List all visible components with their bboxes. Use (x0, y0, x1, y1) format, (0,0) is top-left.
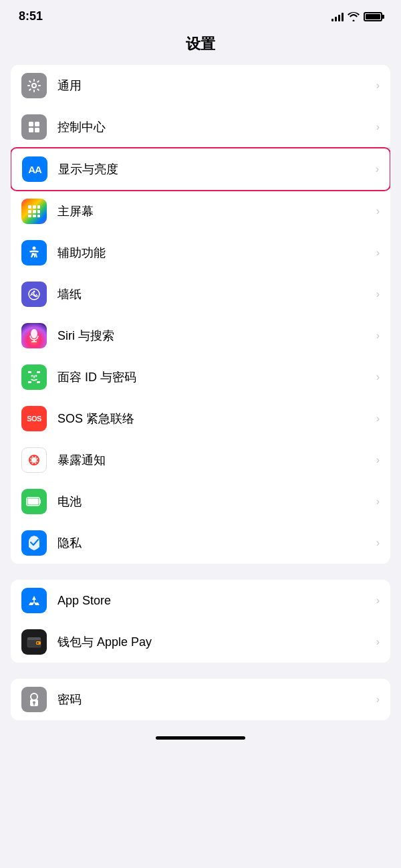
svg-rect-8 (28, 210, 31, 213)
settings-row-exposure[interactable]: 暴露通知 › (11, 439, 390, 481)
privacy-label: 隐私 (57, 535, 371, 551)
svg-rect-10 (37, 210, 40, 213)
battery-icon (21, 489, 47, 514)
home-indicator (156, 736, 245, 740)
svg-point-33 (35, 461, 37, 463)
status-icons (331, 12, 382, 21)
display-label: 显示与亮度 (58, 161, 370, 177)
control-center-label: 控制中心 (57, 119, 371, 135)
svg-rect-4 (35, 128, 39, 132)
general-label: 通用 (57, 78, 371, 94)
svg-rect-2 (35, 122, 39, 126)
svg-rect-1 (29, 122, 33, 126)
display-chevron: › (376, 163, 379, 175)
control-center-icon (21, 114, 47, 140)
settings-row-battery[interactable]: 电池 › (11, 481, 390, 522)
svg-rect-7 (37, 205, 40, 209)
sos-label: SOS 紧急联络 (57, 411, 371, 427)
svg-point-16 (33, 291, 35, 293)
svg-rect-12 (33, 215, 36, 217)
settings-row-display[interactable]: AA 显示与亮度 › (11, 147, 390, 191)
settings-group-1: 通用 › 控制中心 › AA 显示与亮度 › (11, 65, 390, 564)
general-icon (21, 73, 47, 98)
settings-row-password[interactable]: 密码 › (11, 679, 390, 720)
svg-rect-3 (29, 128, 33, 132)
settings-row-faceid[interactable]: 面容 ID 与密码 › (11, 356, 390, 398)
svg-rect-21 (37, 371, 40, 373)
password-chevron: › (376, 693, 380, 706)
home-screen-chevron: › (376, 205, 380, 217)
signal-icon (331, 12, 344, 21)
home-screen-icon (21, 199, 47, 224)
wifi-icon (348, 12, 360, 21)
svg-rect-11 (28, 215, 31, 217)
svg-rect-40 (27, 637, 41, 640)
svg-point-42 (37, 642, 38, 643)
exposure-icon (21, 447, 47, 473)
settings-row-appstore[interactable]: App Store › (11, 580, 390, 621)
svg-point-35 (31, 461, 33, 463)
wallet-icon (21, 629, 47, 655)
svg-point-25 (35, 375, 37, 377)
battery-label: 电池 (57, 494, 371, 510)
accessibility-chevron: › (376, 247, 380, 259)
status-bar: 8:51 (0, 0, 401, 29)
general-chevron: › (376, 80, 380, 92)
settings-row-wallet[interactable]: 钱包与 Apple Pay › (11, 621, 390, 663)
settings-row-sos[interactable]: SOS SOS 紧急联络 › (11, 398, 390, 439)
settings-row-privacy[interactable]: 隐私 › (11, 522, 390, 564)
accessibility-label: 辅助功能 (57, 245, 371, 261)
wallpaper-icon (21, 282, 47, 307)
svg-rect-13 (37, 215, 40, 217)
svg-point-0 (32, 84, 36, 88)
battery-row-chevron: › (376, 496, 380, 508)
svg-point-32 (31, 457, 33, 459)
svg-rect-23 (37, 381, 40, 383)
settings-row-accessibility[interactable]: 辅助功能 › (11, 232, 390, 274)
wallet-chevron: › (376, 636, 380, 648)
accessibility-icon (21, 240, 47, 265)
svg-rect-6 (33, 205, 36, 209)
svg-point-28 (33, 456, 35, 458)
wallpaper-chevron: › (376, 288, 380, 300)
svg-point-29 (33, 463, 35, 465)
privacy-icon (21, 530, 47, 556)
appstore-icon-bg (21, 588, 47, 613)
wallpaper-label: 墙纸 (57, 286, 371, 302)
svg-point-34 (35, 457, 37, 459)
faceid-chevron: › (376, 371, 380, 383)
svg-rect-20 (28, 371, 31, 373)
settings-row-control-center[interactable]: 控制中心 › (11, 106, 390, 148)
svg-point-14 (33, 247, 36, 250)
settings-row-wallpaper[interactable]: 墙纸 › (11, 274, 390, 315)
settings-group-2: App Store › 钱包与 Apple Pay › (11, 580, 390, 663)
status-time: 8:51 (19, 9, 43, 23)
exposure-label: 暴露通知 (57, 452, 371, 468)
svg-point-17 (31, 329, 37, 338)
control-center-chevron: › (376, 121, 380, 133)
settings-group-3: 密码 › (11, 679, 390, 720)
sos-icon: SOS (21, 406, 47, 431)
svg-point-24 (31, 375, 33, 377)
siri-icon (21, 323, 47, 348)
exposure-chevron: › (376, 454, 380, 466)
appstore-chevron: › (376, 594, 380, 607)
siri-chevron: › (376, 330, 380, 342)
siri-label: Siri 与搜索 (57, 328, 371, 344)
settings-row-home-screen[interactable]: 主屏幕 › (11, 191, 390, 232)
display-icon: AA (22, 156, 47, 182)
settings-row-general[interactable]: 通用 › (11, 65, 390, 106)
svg-rect-5 (28, 205, 31, 209)
faceid-label: 面容 ID 与密码 (57, 369, 371, 385)
settings-row-siri[interactable]: Siri 与搜索 › (11, 315, 390, 356)
svg-rect-9 (33, 210, 36, 213)
password-icon (21, 687, 47, 712)
password-label: 密码 (57, 691, 371, 708)
svg-point-30 (30, 459, 32, 461)
appstore-label: App Store (57, 594, 371, 608)
svg-rect-22 (28, 381, 31, 383)
svg-rect-37 (28, 499, 39, 505)
faceid-icon (21, 364, 47, 390)
wallet-label: 钱包与 Apple Pay (57, 634, 371, 650)
home-screen-label: 主屏幕 (57, 203, 371, 219)
